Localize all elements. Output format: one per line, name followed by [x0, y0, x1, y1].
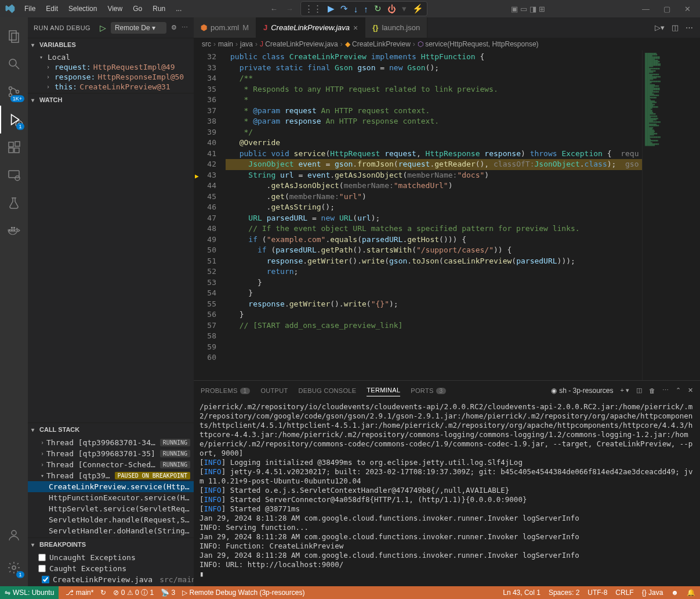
breadcrumb-item[interactable]: J CreateLinkPreview.java — [260, 40, 338, 48]
breadcrumb-item[interactable]: ◆ CreateLinkPreview — [345, 40, 411, 48]
stack-frame[interactable]: HttpServlet.service(ServletRequest,S — [28, 503, 194, 514]
menu-selection[interactable]: Selection — [64, 2, 101, 15]
status-encoding[interactable]: UTF-8 — [587, 589, 607, 597]
menu-...[interactable]: ... — [171, 2, 186, 15]
nav-forward-icon[interactable]: → — [286, 5, 293, 13]
status-branch[interactable]: ⎇ main* — [66, 589, 93, 597]
breadcrumb-item[interactable]: main — [218, 40, 233, 48]
continue-button[interactable]: ▶ — [328, 3, 335, 14]
thread-row[interactable]: ▾Thread [qtp39968...PAUSED ON BREAKPOINT — [28, 470, 194, 481]
variable-row[interactable]: ›this: CreateLinkPreview@31 — [28, 82, 194, 92]
minimap[interactable]: ██████████████ ███████████████ █████████… — [642, 50, 700, 380]
code-editor[interactable]: public class CreateLinkPreview implement… — [226, 50, 642, 380]
status-ports[interactable]: 📡 3 — [161, 589, 175, 597]
activity-docker[interactable] — [0, 217, 28, 245]
close-tab-icon[interactable]: × — [353, 23, 358, 33]
layout-panel-icon[interactable]: ▭ — [520, 5, 527, 13]
stack-frame[interactable]: ServletHolder.handle(Request,Servlet — [28, 514, 194, 525]
restart-button[interactable]: ↻ — [374, 3, 382, 14]
stack-frame[interactable]: CreateLinkPreview.service(HttpReques — [28, 481, 194, 492]
step-into-button[interactable]: ↓ — [354, 4, 358, 14]
variable-row[interactable]: ›response: HttpResponseImpl@50 — [28, 72, 194, 82]
status-language[interactable]: {} Java — [642, 589, 663, 597]
editor-tab[interactable]: ⬢pom.xmlM — [194, 17, 256, 38]
thread-row[interactable]: ›Thread [Connector-Scheduler-...RUNNING — [28, 459, 194, 470]
status-feedback-icon[interactable]: ☻ — [671, 589, 679, 597]
status-debug-target[interactable]: ▷ Remote Debug Watch (3p-resources) — [182, 589, 304, 597]
panel-tab-terminal[interactable]: TERMINAL — [367, 384, 400, 396]
status-remote[interactable]: ⇋ WSL: Ubuntu — [0, 586, 59, 599]
status-eol[interactable]: CRLF — [615, 589, 633, 597]
activity-scm[interactable]: 1K+ — [0, 78, 28, 106]
breakpoint-row[interactable]: Caught Exceptions — [28, 563, 194, 574]
step-out-button[interactable]: ↑ — [364, 4, 368, 14]
breadcrumb-item[interactable]: java — [240, 40, 253, 48]
run-icon[interactable]: ▷▾ — [655, 23, 665, 32]
activity-settings[interactable]: 1 — [0, 554, 28, 582]
menu-view[interactable]: View — [103, 2, 127, 15]
disconnect-button[interactable]: ⏻ — [387, 4, 396, 14]
editor-tab[interactable]: {}launch.json — [365, 17, 427, 38]
activity-extensions[interactable] — [0, 133, 28, 161]
close-window-button[interactable]: ✕ — [680, 2, 695, 16]
split-terminal-icon[interactable]: ◫ — [636, 387, 642, 394]
panel-tab-ports[interactable]: PORTS3 — [411, 385, 446, 396]
maximize-panel-icon[interactable]: ⌃ — [676, 387, 681, 394]
more-icon[interactable]: ⋯ — [182, 24, 188, 31]
minimize-button[interactable]: — — [637, 2, 654, 16]
panel-tab-problems[interactable]: PROBLEMS1 — [201, 385, 250, 396]
breadcrumb-item[interactable]: src — [202, 40, 211, 48]
drag-handle-icon[interactable]: ⋮⋮ — [304, 3, 322, 14]
activity-search[interactable] — [0, 50, 28, 78]
status-spaces[interactable]: Spaces: 2 — [549, 589, 579, 597]
status-problems[interactable]: ⊘ 0 ⚠ 0 ⓘ 1 — [113, 588, 154, 598]
nav-back-icon[interactable]: ← — [270, 5, 278, 13]
panel-more-icon[interactable]: ⋯ — [662, 387, 669, 394]
menu-file[interactable]: File — [20, 2, 40, 15]
variables-scope[interactable]: ▾Local — [28, 52, 194, 62]
layout-custom-icon[interactable]: ⊞ — [539, 5, 545, 13]
breakpoints-section-header[interactable]: ▾BREAKPOINTS — [28, 538, 194, 551]
activity-remote[interactable] — [0, 161, 28, 189]
callstack-section-header[interactable]: ▾CALL STACK — [28, 423, 194, 436]
bp-checkbox[interactable] — [38, 565, 46, 572]
watch-section-header[interactable]: ▾WATCH — [28, 93, 194, 106]
terminal-select[interactable]: ◉ sh - 3p-resources — [551, 387, 613, 395]
editor-tab[interactable]: JCreateLinkPreview.java× — [256, 17, 365, 38]
debug-config-select[interactable]: Remote De ▾ — [111, 22, 166, 34]
panel-tab-output[interactable]: OUTPUT — [260, 385, 288, 396]
status-bell-icon[interactable]: 🔔 — [687, 589, 695, 597]
thread-row[interactable]: ›Thread [qtp399683701-35]RUNNING — [28, 448, 194, 459]
panel-tab-debug-console[interactable]: DEBUG CONSOLE — [298, 385, 356, 396]
variables-section-header[interactable]: ▾VARIABLES — [28, 38, 194, 51]
layout-icon[interactable]: ▣ — [511, 5, 518, 13]
kill-terminal-icon[interactable]: 🗑 — [649, 387, 655, 394]
status-lncol[interactable]: Ln 43, Col 1 — [503, 589, 541, 597]
activity-debug[interactable]: 1 — [0, 106, 28, 133]
menu-go[interactable]: Go — [128, 2, 147, 15]
breakpoint-row[interactable]: Uncaught Exceptions — [28, 552, 194, 563]
stack-frame[interactable]: ServletHandler.doHandle(String,Reque — [28, 525, 194, 536]
tab-more-icon[interactable]: ⋯ — [686, 23, 693, 32]
hot-replace-button[interactable]: ⚡ — [412, 3, 423, 14]
start-debug-button[interactable]: ▷ — [100, 23, 106, 33]
bp-checkbox[interactable] — [38, 554, 46, 561]
stack-frame[interactable]: HttpFunctionExecutor.service(HttpSer — [28, 492, 194, 503]
step-over-button[interactable]: ↷ — [340, 3, 348, 14]
activity-accounts[interactable] — [0, 521, 28, 549]
new-terminal-button[interactable]: + ▾ — [621, 387, 629, 394]
gear-icon[interactable]: ⚙ — [171, 24, 177, 31]
split-editor-icon[interactable]: ◫ — [672, 23, 679, 32]
breakpoint-row[interactable]: CreateLinkPreview.javasrc/main/java43 — [28, 574, 194, 585]
menu-run[interactable]: Run — [148, 2, 170, 15]
terminal-output[interactable]: /pierrick/.m2/repository/io/cloudevents/… — [194, 400, 700, 586]
maximize-button[interactable]: ▢ — [659, 2, 675, 16]
close-panel-icon[interactable]: ✕ — [688, 387, 693, 394]
status-sync[interactable]: ↻ — [100, 589, 106, 597]
line-gutter[interactable]: 3233343536373839404142▶43444546474849505… — [194, 50, 226, 380]
breadcrumb[interactable]: src›main›java›J CreateLinkPreview.java›◆… — [194, 38, 700, 50]
activity-explorer[interactable] — [0, 22, 28, 50]
thread-row[interactable]: ›Thread [qtp399683701-34-acce...RUNNING — [28, 437, 194, 448]
activity-testing[interactable] — [0, 189, 28, 217]
menu-edit[interactable]: Edit — [41, 2, 63, 15]
